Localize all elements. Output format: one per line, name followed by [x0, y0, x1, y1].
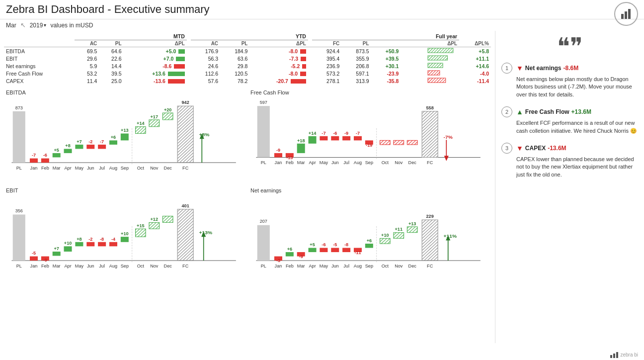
fcf-svg: 597 PL -9 Jan -13 Feb +18 Mar: [250, 96, 489, 179]
mtd-ac: 11.4: [75, 77, 99, 85]
fy-dpl-bar: [401, 62, 459, 70]
svg-rect-42: [98, 145, 106, 149]
fy-dpct-col: ΔPL%: [459, 40, 491, 47]
svg-text:PL: PL: [261, 264, 266, 269]
insight-title: ▲ Free Cash Flow +13.6M: [516, 108, 591, 116]
insight-item: 3 ▼ CAPEX -13.6M CAPEX lower than planne…: [501, 143, 638, 179]
year-selector[interactable]: 2019 ▾: [30, 22, 47, 29]
svg-text:Dec: Dec: [408, 161, 417, 166]
fy-dpl: -35.8: [371, 77, 401, 85]
ytd-dpl: -5.2: [249, 62, 308, 70]
table-row: Net earnings 5.9 14.4 -8.6 24.6 29.8 -5.…: [4, 62, 491, 70]
svg-rect-173: [320, 248, 327, 253]
logo-icon: [614, 2, 638, 26]
fy-dpl-col: ΔPL: [371, 40, 460, 47]
mtd-dpl: +13.6: [124, 70, 187, 77]
svg-rect-130: [86, 242, 94, 247]
svg-rect-151: [177, 209, 193, 261]
fy-fc: 395.4: [312, 55, 341, 62]
fy-header: Full year: [312, 33, 459, 40]
brand-label: zebra bi: [620, 352, 638, 358]
svg-text:-9: -9: [43, 258, 47, 263]
svg-text:Aug: Aug: [109, 264, 117, 269]
svg-rect-170: [309, 248, 317, 253]
fy-dpl-bar: [401, 47, 459, 55]
fy-dpct: +14.6: [459, 62, 491, 70]
svg-rect-149: [162, 216, 173, 223]
svg-text:Dec: Dec: [408, 264, 417, 269]
svg-text:FC: FC: [182, 166, 189, 171]
arrow-down-icon: ▼: [516, 64, 523, 72]
svg-text:-9: -9: [299, 254, 303, 259]
ytd-dpl: -8.0: [249, 70, 308, 77]
footer-brand: zebra bi: [610, 351, 638, 358]
ytd-dpl: -7.3: [249, 55, 308, 62]
fy-dpl-bar: [401, 70, 459, 77]
svg-text:207: 207: [260, 219, 267, 224]
insights-container: 1 ▼ Net earnings -8.6M Net earnings belo…: [501, 63, 638, 179]
fcf-title: Free Cash Flow: [250, 90, 489, 95]
svg-rect-158: [257, 225, 270, 261]
svg-text:-2: -2: [88, 237, 92, 242]
header: Zebra BI Dashboard - Executive summary: [0, 0, 644, 19]
insight-number: 1: [501, 63, 512, 74]
svg-text:Dec: Dec: [164, 264, 172, 269]
svg-text:+6: +6: [367, 238, 372, 243]
svg-text:Sep: Sep: [365, 161, 373, 166]
ebit-chart: EBIT 356 PL -5 Jan -9 Feb: [4, 185, 246, 281]
svg-text:-7: -7: [100, 139, 104, 144]
svg-rect-133: [98, 242, 106, 247]
svg-text:Oct: Oct: [137, 166, 145, 171]
svg-rect-115: [30, 257, 38, 261]
insight-header: 1 ▼ Net earnings -8.6M: [501, 63, 638, 74]
row-label: Free Cash Flow: [4, 70, 75, 77]
svg-text:May: May: [320, 264, 328, 269]
svg-rect-99: [380, 140, 391, 145]
svg-rect-11: [428, 63, 443, 68]
svg-text:Aug: Aug: [354, 264, 362, 269]
net-earnings-svg: 207 PL -3 Jan +6 Feb -9 Mar: [250, 194, 489, 276]
fy-dpct: +5.8: [459, 47, 491, 55]
svg-rect-146: [149, 222, 160, 229]
svg-text:-6: -6: [322, 243, 325, 248]
svg-rect-71: [274, 153, 282, 158]
svg-text:942: 942: [182, 100, 189, 105]
svg-text:-3: -3: [276, 259, 280, 264]
svg-text:Oct: Oct: [382, 264, 389, 269]
insight-number: 2: [501, 106, 512, 117]
ytd-pl: 78.2: [220, 77, 249, 85]
svg-rect-39: [86, 145, 94, 149]
svg-text:+15: +15: [137, 223, 145, 228]
svg-text:Aug: Aug: [109, 166, 117, 171]
mtd-dpl: +7.0: [124, 55, 187, 62]
right-panel: ❝❞ 1 ▼ Net earnings -8.6M Net earnings b…: [495, 31, 644, 343]
insight-body: Excellent FCF performance is a result of…: [516, 119, 638, 135]
svg-text:Oct: Oct: [382, 161, 389, 166]
svg-rect-45: [109, 140, 117, 145]
svg-text:Sep: Sep: [365, 264, 373, 269]
svg-text:+8: +8: [77, 237, 82, 242]
insight-body: CAPEX lower than planned because we deci…: [516, 156, 638, 179]
svg-text:Nov: Nov: [395, 161, 403, 166]
svg-rect-198: [422, 220, 438, 261]
fy-pl-col: PL: [341, 40, 371, 47]
svg-rect-92: [354, 136, 362, 141]
svg-rect-112: [13, 214, 25, 261]
mtd-dpl: +5.0: [124, 47, 187, 55]
svg-text:-19: -19: [366, 143, 372, 148]
svg-rect-86: [331, 136, 339, 141]
svg-text:Jul: Jul: [99, 264, 105, 269]
ytd-pl: 120.5: [220, 70, 249, 77]
ytd-pl: 63.6: [220, 55, 249, 62]
svg-text:-5: -5: [333, 243, 337, 248]
svg-text:+11%: +11%: [444, 234, 457, 239]
svg-rect-143: [136, 229, 146, 237]
ytd-ac-col: AC: [191, 40, 220, 47]
svg-text:+20: +20: [164, 107, 172, 112]
fy-dpl: -23.9: [371, 70, 401, 77]
svg-rect-80: [309, 136, 317, 144]
svg-rect-17: [428, 78, 446, 83]
svg-text:Jun: Jun: [331, 264, 339, 269]
row-label: Net earnings: [4, 62, 75, 70]
svg-text:+5: +5: [54, 148, 59, 153]
